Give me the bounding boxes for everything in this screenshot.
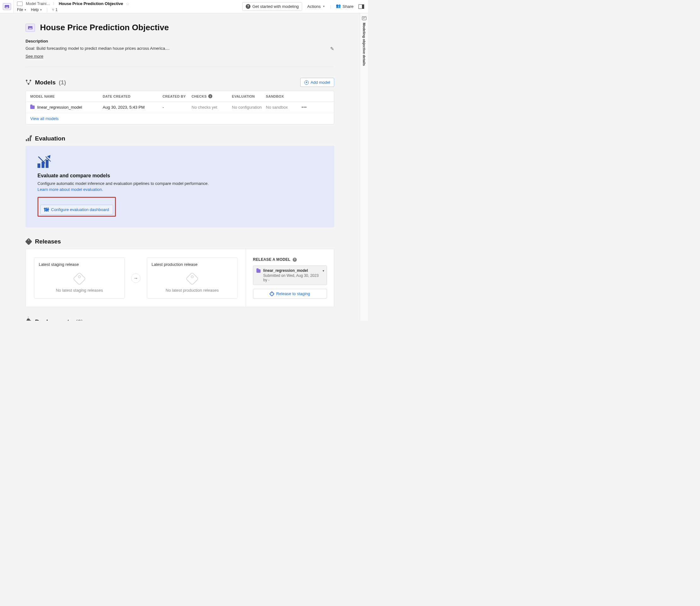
release-model-select[interactable]: linear_regression_model Submitted on Wed… — [253, 265, 327, 285]
app-icon-square[interactable] — [0, 0, 14, 13]
view-all-models-row: View all models — [26, 113, 334, 124]
configure-evaluation-button[interactable]: Configure evaluation dashboard — [40, 205, 113, 214]
table-row[interactable]: linear_regression_model Aug 30, 2023, 5:… — [26, 102, 334, 113]
production-release-box: Latest production release No latest prod… — [147, 257, 237, 299]
evaluation-label: Evaluation — [35, 135, 65, 142]
model-folder-icon — [256, 269, 260, 273]
release-a-model-header: RELEASE A MODEL ? — [253, 257, 327, 262]
staging-release-box: Latest staging release No latest staging… — [34, 257, 125, 299]
get-started-button[interactable]: ? Get started with modeling — [242, 2, 302, 11]
col-evaluation: EVALUATION — [232, 94, 266, 98]
menu-branch[interactable]: ⑂ 1 — [52, 7, 57, 12]
plus-circle-icon: + — [304, 80, 309, 85]
evaluation-panel-desc: Configure automatic model inference and … — [38, 181, 322, 186]
model-date-cell: Aug 30, 2023, 5:43 PM — [103, 105, 163, 110]
menu-file[interactable]: File▼ — [17, 7, 26, 12]
page-title: House Price Prediction Objective — [40, 23, 169, 32]
menu-help[interactable]: Help▼ — [31, 7, 42, 12]
share-button[interactable]: Share — [334, 2, 356, 10]
production-empty-text: No latest production releases — [166, 288, 219, 293]
release-a-model-panel: RELEASE A MODEL ? linear_regression_mode… — [246, 249, 334, 307]
model-by-cell: - — [163, 105, 191, 110]
releases-stages: Latest staging release No latest staging… — [26, 249, 246, 307]
chevron-right-icon: 〉 — [53, 1, 56, 6]
release-model-name: linear_regression_model — [263, 269, 324, 273]
breadcrumb: Model Traini… 〉 House Price Prediction O… — [14, 0, 238, 7]
breadcrumb-icon — [17, 2, 23, 6]
right-rail[interactable]: Modeling objective details — [360, 13, 368, 321]
menu-row: File▼ Help▼ | ⑂ 1 — [14, 7, 238, 13]
view-all-models-link[interactable]: View all models — [30, 116, 59, 121]
row-more-icon[interactable]: ••• — [297, 105, 316, 110]
col-model-name: MODEL NAME — [30, 94, 103, 98]
release-to-staging-button[interactable]: Release to staging — [253, 289, 327, 299]
model-checks-cell: No checks yet — [191, 105, 232, 110]
branch-icon: ⑂ — [52, 7, 54, 12]
learn-more-link[interactable]: Learn more about model evaluation. — [38, 187, 103, 192]
model-name-cell[interactable]: linear_regression_model — [30, 105, 103, 110]
actions-dropdown[interactable]: Actions ▼ — [305, 2, 328, 10]
topbar-separator: | — [330, 4, 331, 9]
staging-empty-text: No latest staging releases — [56, 288, 103, 293]
models-label: Models — [35, 79, 55, 86]
app-icon — [3, 3, 11, 10]
model-sandbox-cell: No sandbox — [266, 105, 297, 110]
evaluation-icon — [25, 135, 32, 142]
add-model-button[interactable]: + Add model — [300, 78, 334, 87]
col-date-created: DATE CREATED — [103, 94, 163, 98]
info-icon[interactable]: i — [208, 94, 212, 98]
releases-label: Releases — [35, 238, 61, 245]
details-icon — [362, 16, 366, 20]
model-eval-cell: No configuration — [232, 105, 266, 110]
chart-up-icon — [38, 156, 51, 168]
models-section: Models (1) + Add model MODEL NAME DATE C… — [25, 78, 334, 124]
models-icon — [25, 79, 32, 86]
content: House Price Prediction Objective Descrip… — [25, 13, 334, 321]
branch-count: 1 — [55, 7, 57, 12]
title-block: House Price Prediction Objective Descrip… — [25, 13, 334, 67]
releases-section: Releases Latest staging release No lates… — [25, 238, 334, 307]
evaluation-panel: Evaluate and compare models Configure au… — [25, 146, 334, 227]
models-table: MODEL NAME DATE CREATED CREATED BY CHECK… — [25, 91, 334, 124]
tag-icon — [269, 291, 274, 296]
releases-icon — [25, 238, 32, 245]
models-table-header: MODEL NAME DATE CREATED CREATED BY CHECK… — [26, 91, 334, 102]
topbar: Model Traini… 〉 House Price Prediction O… — [0, 0, 368, 13]
production-label: Latest production release — [151, 262, 233, 267]
chevron-down-icon: ▾ — [323, 269, 324, 273]
breadcrumb-parent[interactable]: Model Traini… — [26, 2, 50, 6]
edit-description-icon[interactable]: ✎ — [330, 46, 334, 52]
deployments-label: Deployments — [35, 319, 72, 321]
staging-label: Latest staging release — [39, 262, 120, 267]
see-more-link[interactable]: See more — [25, 54, 43, 59]
release-model-submitted: Submitted on Wed, Aug 30, 2023 by - — [263, 273, 324, 282]
model-folder-icon — [30, 106, 34, 109]
description-label: Description — [25, 39, 334, 44]
main-scroll[interactable]: House Price Prediction Objective Descrip… — [0, 13, 360, 321]
toggle-panel-icon[interactable] — [358, 4, 364, 9]
deployments-icon — [25, 319, 32, 321]
evaluation-section: Evaluation Evaluate and compare models C… — [25, 135, 334, 227]
evaluation-panel-title: Evaluate and compare models — [38, 173, 322, 179]
col-checks: CHECKS i — [191, 94, 232, 98]
star-icon[interactable]: ☆ — [126, 1, 130, 6]
breadcrumb-title[interactable]: House Price Prediction Objective — [59, 1, 123, 6]
arrow-right-icon: → — [131, 273, 140, 283]
deployments-section: Deployments (0) — [25, 319, 334, 321]
tag-icon — [73, 272, 86, 285]
chevron-down-icon: ▼ — [323, 5, 325, 8]
col-sandbox: SANDBOX — [266, 94, 297, 98]
topbar-right: ? Get started with modeling Actions ▼ | … — [238, 0, 368, 13]
sliders-icon — [44, 208, 48, 212]
topbar-center: Model Traini… 〉 House Price Prediction O… — [14, 0, 238, 13]
objective-icon — [25, 24, 35, 32]
description-text: Goal: Build forecasting model to predict… — [25, 46, 169, 51]
info-icon[interactable]: ? — [293, 258, 297, 262]
help-icon: ? — [246, 4, 251, 9]
deployments-count: (0) — [76, 319, 83, 321]
right-rail-label: Modeling objective details — [362, 23, 366, 66]
tag-icon — [186, 272, 199, 285]
models-count: (1) — [59, 79, 66, 86]
menu-separator: | — [47, 7, 48, 12]
share-icon — [336, 4, 341, 9]
